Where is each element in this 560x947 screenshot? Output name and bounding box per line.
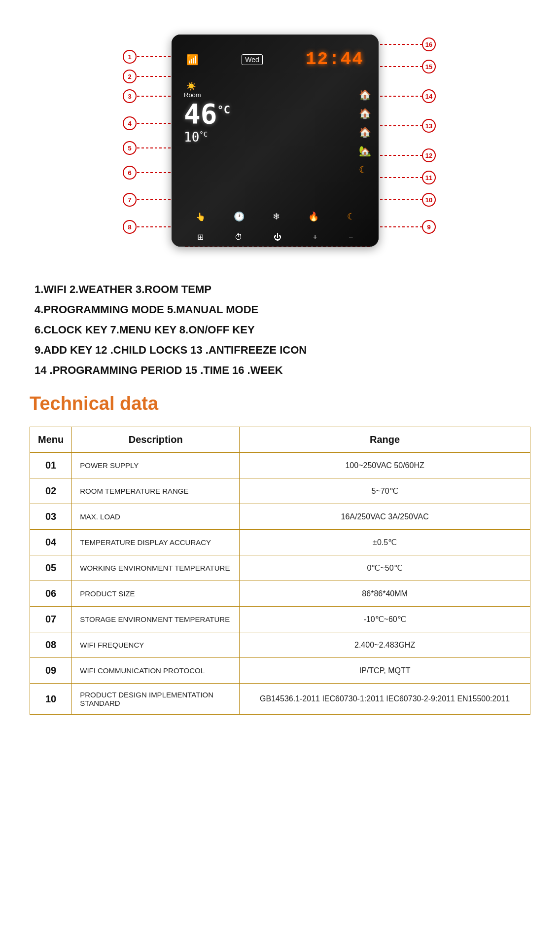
table-cell-desc: MAX. LOAD bbox=[72, 504, 240, 530]
table-cell-range: 0℃~50℃ bbox=[240, 555, 530, 581]
power-icon: ⏻ bbox=[274, 233, 281, 242]
table-cell-menu: 02 bbox=[30, 478, 72, 504]
temp-unit-big: °C bbox=[217, 104, 230, 116]
table-row: 09WIFI COMMUNICATION PROTOCOLIP/TCP, MQT… bbox=[30, 658, 530, 684]
svg-point-33 bbox=[422, 38, 435, 51]
svg-text:6: 6 bbox=[128, 169, 131, 177]
table-cell-menu: 06 bbox=[30, 581, 72, 607]
table-row: 06PRODUCT SIZE86*86*40MM bbox=[30, 581, 530, 607]
table-cell-desc: WORKING ENVIRONMENT TEMPERATURE bbox=[72, 555, 240, 581]
weather-row: ☀️ bbox=[186, 81, 196, 91]
room-temp-area: Room 46°C 10°C bbox=[184, 91, 230, 145]
svg-point-43 bbox=[422, 171, 435, 184]
svg-point-23 bbox=[123, 117, 136, 130]
table-row: 02ROOM TEMPERATURE RANGE5~70℃ bbox=[30, 478, 530, 504]
svg-point-27 bbox=[123, 166, 136, 179]
sun-icon: ☀️ bbox=[186, 82, 196, 90]
table-row: 10PRODUCT DESIGN IMPLEMENTATION STANDARD… bbox=[30, 684, 530, 715]
svg-text:10: 10 bbox=[425, 196, 432, 204]
label-line-4: 9.ADD KEY 12 .CHILD LOCKS 13 .ANTIFREEZE… bbox=[35, 342, 525, 358]
home-heat-icon-2: 🏠 bbox=[359, 108, 371, 119]
home-heat-icon-4: 🏡 bbox=[359, 145, 371, 157]
table-cell-menu: 05 bbox=[30, 555, 72, 581]
svg-point-47 bbox=[422, 220, 435, 233]
table-cell-range: 2.400~2.483GHZ bbox=[240, 632, 530, 658]
svg-point-41 bbox=[422, 149, 435, 162]
table-cell-range: GB14536.1-2011 IEC60730-1:2011 IEC60730-… bbox=[240, 684, 530, 715]
table-cell-desc: PRODUCT SIZE bbox=[72, 581, 240, 607]
svg-text:7: 7 bbox=[128, 196, 131, 204]
col-header-range: Range bbox=[240, 427, 530, 453]
table-cell-desc: TEMPERATURE DISPLAY ACCURACY bbox=[72, 530, 240, 555]
snowflake-icon: ❄ bbox=[273, 211, 280, 222]
svg-text:5: 5 bbox=[128, 145, 131, 152]
table-row: 03MAX. LOAD16A/250VAC 3A/250VAC bbox=[30, 504, 530, 530]
svg-text:9: 9 bbox=[427, 223, 430, 231]
svg-text:14: 14 bbox=[425, 93, 433, 100]
table-cell-desc: PRODUCT DESIGN IMPLEMENTATION STANDARD bbox=[72, 684, 240, 715]
table-cell-range: -10℃~60℃ bbox=[240, 607, 530, 632]
moon-icon: ☾ bbox=[359, 164, 371, 176]
plus-icon: + bbox=[313, 233, 317, 242]
svg-text:8: 8 bbox=[128, 223, 131, 231]
table-cell-desc: ROOM TEMPERATURE RANGE bbox=[72, 478, 240, 504]
timer-icon: ⏱ bbox=[235, 233, 243, 242]
svg-text:13: 13 bbox=[425, 122, 432, 130]
home-heat-icon-1: 🏠 bbox=[359, 89, 371, 101]
svg-point-45 bbox=[422, 193, 435, 206]
table-cell-range: IP/TCP, MQTT bbox=[240, 658, 530, 684]
svg-text:11: 11 bbox=[425, 174, 432, 182]
svg-text:2: 2 bbox=[128, 73, 131, 80]
diagram-section: 1 2 3 4 5 6 7 8 16 15 14 13 bbox=[30, 20, 530, 266]
table-cell-desc: WIFI COMMUNICATION PROTOCOL bbox=[72, 658, 240, 684]
minus-icon: − bbox=[349, 233, 353, 242]
col-header-menu: Menu bbox=[30, 427, 72, 453]
svg-point-29 bbox=[123, 193, 136, 206]
wifi-icon: 📶 bbox=[186, 54, 199, 66]
technical-table: Menu Description Range 01POWER SUPPLY100… bbox=[30, 427, 530, 715]
svg-point-37 bbox=[422, 90, 435, 103]
svg-text:15: 15 bbox=[425, 63, 432, 71]
svg-point-35 bbox=[422, 60, 435, 73]
very-bottom-row: ⊞ ⏱ ⏻ + − bbox=[181, 232, 369, 242]
setpoint-display: 10°C bbox=[184, 130, 230, 145]
calendar-icon: Wed bbox=[242, 54, 263, 65]
label-line-2: 4.PROGRAMMING MODE 5.MANUAL MODE bbox=[35, 301, 525, 318]
table-row: 01POWER SUPPLY100~250VAC 50/60HZ bbox=[30, 453, 530, 478]
labels-section: 1.WIFI 2.WEATHER 3.ROOM TEMP 4.PROGRAMMI… bbox=[30, 281, 530, 378]
bottom-icons-row: 👆 🕐 ❄ 🔥 ☾ bbox=[181, 211, 369, 222]
diagram-wrapper: 1 2 3 4 5 6 7 8 16 15 14 13 bbox=[107, 20, 453, 266]
table-cell-menu: 03 bbox=[30, 504, 72, 530]
table-cell-menu: 10 bbox=[30, 684, 72, 715]
table-row: 05WORKING ENVIRONMENT TEMPERATURE0℃~50℃ bbox=[30, 555, 530, 581]
table-cell-range: ±0.5℃ bbox=[240, 530, 530, 555]
label-line-1: 1.WIFI 2.WEATHER 3.ROOM TEMP bbox=[35, 281, 525, 297]
svg-point-31 bbox=[123, 220, 136, 233]
col-header-desc: Description bbox=[72, 427, 240, 453]
table-row: 08WIFI FREQUENCY2.400~2.483GHZ bbox=[30, 632, 530, 658]
time-display: 12:44 bbox=[306, 49, 364, 70]
label-line-3: 6.CLOCK KEY 7.MENU KEY 8.ON/OFF KEY bbox=[35, 322, 525, 338]
table-cell-menu: 01 bbox=[30, 453, 72, 478]
top-row: 📶 Wed 12:44 bbox=[186, 49, 364, 70]
table-cell-menu: 07 bbox=[30, 607, 72, 632]
table-row: 04TEMPERATURE DISPLAY ACCURACY±0.5℃ bbox=[30, 530, 530, 555]
svg-text:4: 4 bbox=[128, 120, 132, 127]
svg-point-21 bbox=[123, 90, 136, 103]
room-temp-display: 46°C bbox=[184, 100, 230, 128]
table-cell-menu: 08 bbox=[30, 632, 72, 658]
label-line-5: 14 .PROGRAMMING PERIOD 15 .TIME 16 .WEEK bbox=[35, 362, 525, 378]
moon-small-icon: ☾ bbox=[347, 211, 355, 222]
table-cell-range: 86*86*40MM bbox=[240, 581, 530, 607]
svg-text:12: 12 bbox=[425, 152, 432, 159]
table-cell-menu: 09 bbox=[30, 658, 72, 684]
right-icons-panel: 🏠 🏠 🏠 🏡 ☾ bbox=[359, 89, 371, 176]
svg-point-25 bbox=[123, 142, 136, 154]
table-cell-menu: 04 bbox=[30, 530, 72, 555]
table-cell-range: 16A/250VAC 3A/250VAC bbox=[240, 504, 530, 530]
clock-icon: 🕐 bbox=[234, 211, 245, 222]
table-cell-desc: POWER SUPPLY bbox=[72, 453, 240, 478]
svg-point-17 bbox=[123, 50, 136, 63]
table-cell-range: 100~250VAC 50/60HZ bbox=[240, 453, 530, 478]
home-heat-icon-3: 🏠 bbox=[359, 126, 371, 138]
